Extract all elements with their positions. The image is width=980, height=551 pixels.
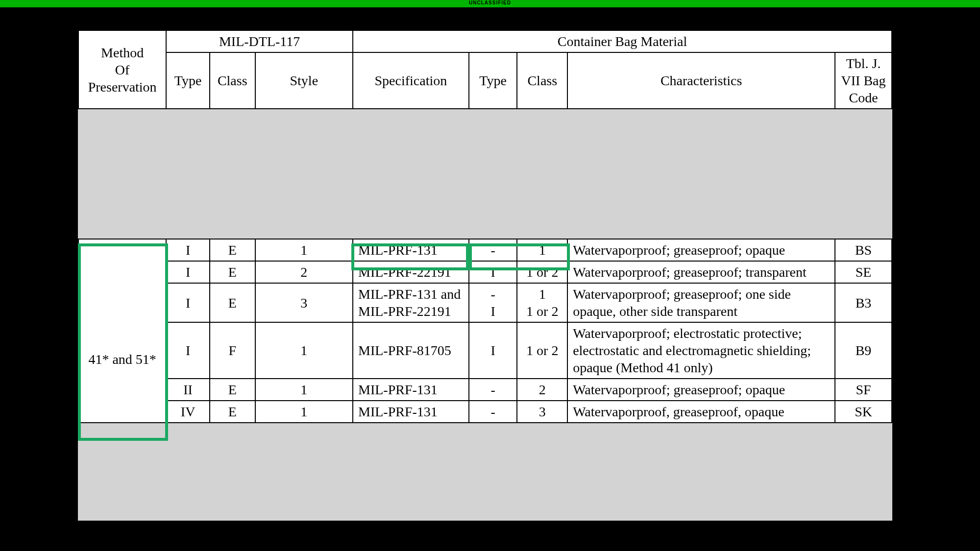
cell-type2: I [469, 261, 517, 283]
method-cell: 41* and 51* [78, 239, 166, 423]
hdr-specification: Specification [353, 52, 469, 109]
cell-class: E [210, 239, 255, 261]
hdr-style: Style [255, 52, 353, 109]
cell-style: 1 [255, 239, 353, 261]
cell-type: I [166, 261, 210, 283]
cell-type2: I [469, 322, 517, 379]
table-row: I E 3 MIL-PRF-131 and MIL-PRF-22191 - I … [78, 283, 892, 322]
cell-class2: 1 or 2 [517, 322, 567, 379]
cell-char: Watervaporproof; greaseproof; transparen… [567, 261, 835, 283]
cell-class2: 1 [517, 239, 567, 261]
cell-spec: MIL-PRF-131 [353, 379, 469, 401]
table-row: I F 1 MIL-PRF-81705 I 1 or 2 Watervaporp… [78, 322, 892, 379]
cell-spec: MIL-PRF-131 and MIL-PRF-22191 [353, 283, 469, 322]
cell-style: 1 [255, 379, 353, 401]
cell-type: I [166, 239, 210, 261]
table-row: 41* and 51* I E 1 MIL-PRF-131 - 1 Waterv… [78, 239, 892, 261]
cell-class: E [210, 283, 255, 322]
cell-class2: 3 [517, 401, 567, 423]
cell-char: Watervaporproof; greaseproof; one side o… [567, 283, 835, 322]
cell-class: E [210, 401, 255, 423]
cell-class: F [210, 322, 255, 379]
cell-style: 1 [255, 322, 353, 379]
hdr-characteristics: Characteristics [567, 52, 835, 109]
cell-type2: - I [469, 283, 517, 322]
cell-spec: MIL-PRF-22191 [353, 261, 469, 283]
cell-bag: B9 [835, 322, 892, 379]
cell-class: E [210, 261, 255, 283]
cell-type2: - [469, 379, 517, 401]
cell-bag: SE [835, 261, 892, 283]
cell-bag: SK [835, 401, 892, 423]
cell-type: IV [166, 401, 210, 423]
cell-type2: - [469, 239, 517, 261]
cell-style: 3 [255, 283, 353, 322]
cell-spec: MIL-PRF-131 [353, 401, 469, 423]
cell-type: II [166, 379, 210, 401]
cell-char: Watervaporproof; electrostatic protectiv… [567, 322, 835, 379]
hdr-mil-dtl-117: MIL-DTL-117 [166, 30, 353, 52]
hdr-type-1: Type [166, 52, 210, 109]
cell-bag: SF [835, 379, 892, 401]
hdr-class-2: Class [517, 52, 567, 109]
cell-bag: B3 [835, 283, 892, 322]
cell-type2: - [469, 401, 517, 423]
cell-spec: MIL-PRF-131 [353, 239, 469, 261]
preservation-table: Method Of Preservation MIL-DTL-117 Conta… [78, 30, 892, 505]
hdr-class-1: Class [210, 52, 255, 109]
table-row: II E 1 MIL-PRF-131 - 2 Watervaporproof; … [78, 379, 892, 401]
cell-type: I [166, 283, 210, 322]
classification-label: UNCLASSIFIED [0, 0, 980, 5]
hdr-type-2: Type [469, 52, 517, 109]
cell-style: 2 [255, 261, 353, 283]
cell-class2: 1 1 or 2 [517, 283, 567, 322]
cell-char: Watervaporproof; greaseproof; opaque [567, 239, 835, 261]
hdr-bag-code: Tbl. J. VII Bag Code [835, 52, 892, 109]
gap-row [78, 109, 892, 239]
cell-type: I [166, 322, 210, 379]
document-page: Method Of Preservation MIL-DTL-117 Conta… [78, 30, 892, 521]
bottom-gap [78, 423, 892, 505]
cell-char: Watervaporproof, greaseproof, opaque [567, 401, 835, 423]
cell-spec: MIL-PRF-81705 [353, 322, 469, 379]
hdr-container-bag-material: Container Bag Material [353, 30, 892, 52]
hdr-method-of-preservation: Method Of Preservation [78, 30, 166, 109]
table-row: IV E 1 MIL-PRF-131 - 3 Watervaporproof, … [78, 401, 892, 423]
table-row: I E 2 MIL-PRF-22191 I 1 or 2 Watervaporp… [78, 261, 892, 283]
cell-class: E [210, 379, 255, 401]
cell-style: 1 [255, 401, 353, 423]
cell-class2: 1 or 2 [517, 261, 567, 283]
cell-class2: 2 [517, 379, 567, 401]
cell-bag: BS [835, 239, 892, 261]
cell-char: Watervaporproof; greaseproof; opaque [567, 379, 835, 401]
